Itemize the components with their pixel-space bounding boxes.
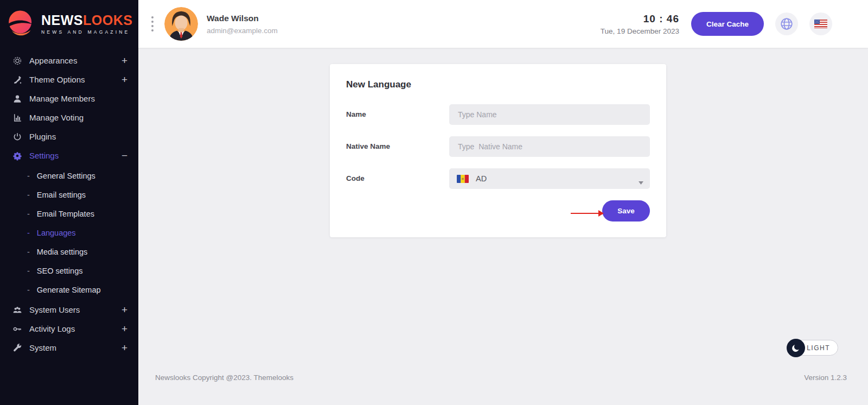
name-input[interactable]: [449, 104, 650, 125]
sidebar-item-plugins[interactable]: Plugins: [0, 127, 138, 146]
plug-icon: [12, 131, 22, 142]
dash-icon: -: [27, 210, 30, 218]
sidebar-item-label: Manage Members: [29, 94, 127, 103]
subitem-label: SEO settings: [37, 267, 83, 275]
name-label: Name: [346, 104, 449, 118]
sidebar-subitem-email-templates[interactable]: - Email Templates: [0, 204, 138, 223]
appearances-icon: [12, 55, 22, 66]
gear-icon: [12, 150, 22, 161]
plus-icon[interactable]: +: [122, 74, 127, 85]
dash-icon: -: [27, 286, 30, 294]
top-header: Wade Wilson admin@example.com 10 : 46 Tu…: [138, 0, 868, 48]
users-group-icon: [12, 305, 22, 315]
site-globe-button[interactable]: [775, 12, 798, 35]
user-email: admin@example.com: [207, 27, 278, 35]
sidebar-item-manage-members[interactable]: Manage Members: [0, 89, 138, 108]
person-icon: [12, 93, 22, 104]
globe-icon: [780, 17, 794, 31]
andorra-flag-icon: [457, 175, 469, 183]
annotation-arrow: [571, 213, 599, 214]
native-name-label: Native Name: [346, 136, 449, 150]
subitem-label: Email Templates: [37, 210, 94, 218]
minus-icon[interactable]: −: [122, 150, 127, 161]
main-area: Wade Wilson admin@example.com 10 : 46 Tu…: [138, 0, 868, 405]
dash-icon: -: [27, 191, 30, 199]
sidebar-nav: Appearances + Theme Options + Manage Mem…: [0, 48, 138, 357]
save-button[interactable]: Save: [602, 200, 650, 222]
dash-icon: -: [27, 172, 30, 180]
subitem-label: Email settings: [37, 191, 86, 199]
plus-icon[interactable]: +: [122, 305, 127, 315]
avatar[interactable]: [164, 7, 198, 41]
sidebar-collapse-handle[interactable]: [149, 14, 156, 34]
sidebar-item-system[interactable]: System +: [0, 338, 138, 357]
dash-icon: -: [27, 267, 30, 275]
subitem-label: General Settings: [37, 172, 95, 180]
sidebar-item-label: Theme Options: [29, 75, 114, 84]
sidebar-subitem-general-settings[interactable]: - General Settings: [0, 166, 138, 185]
plus-icon[interactable]: +: [122, 343, 127, 353]
settings-submenu: - General Settings - Email settings - Em…: [0, 165, 138, 300]
clock: 10 : 46 Tue, 19 December 2023: [601, 13, 679, 35]
code-label: Code: [346, 168, 449, 182]
plus-icon[interactable]: +: [122, 55, 127, 66]
sidebar-item-theme-options[interactable]: Theme Options +: [0, 70, 138, 89]
sidebar-subitem-media-settings[interactable]: - Media settings: [0, 242, 138, 261]
code-selected-value: AD: [476, 174, 487, 183]
native-name-row: Native Name: [346, 136, 650, 157]
sidebar-item-label: System Users: [29, 305, 114, 314]
key-icon: [12, 324, 22, 334]
sidebar-item-label: Manage Voting: [29, 113, 127, 122]
sidebar: NEWSLOOKS NEWS AND MAGAZINE Appearances …: [0, 0, 138, 405]
sidebar-subitem-languages[interactable]: - Languages: [0, 223, 138, 242]
clock-date: Tue, 19 December 2023: [601, 27, 679, 35]
brand-title: NEWSLOOKS: [41, 13, 132, 28]
code-row: Code AD: [346, 168, 650, 189]
clear-cache-button[interactable]: Clear Cache: [691, 12, 764, 36]
theme-toggle[interactable]: LIGHT: [787, 340, 838, 356]
plus-icon[interactable]: +: [122, 324, 127, 334]
sidebar-subitem-seo-settings[interactable]: - SEO settings: [0, 261, 138, 280]
newslooks-logo-icon: [5, 9, 36, 39]
sidebar-item-label: Activity Logs: [29, 324, 114, 333]
version-text: Version 1.2.3: [804, 374, 847, 382]
clock-time: 10 : 46: [601, 13, 679, 25]
moon-icon: [787, 339, 805, 357]
copyright-text: Newslooks Copyright @2023. Themelooks: [155, 374, 293, 382]
subitem-label: Generate Sitemap: [37, 286, 101, 294]
sidebar-item-settings[interactable]: Settings −: [0, 146, 138, 165]
code-select[interactable]: AD: [449, 168, 650, 189]
sidebar-item-label: System: [29, 343, 114, 352]
sidebar-subitem-email-settings[interactable]: - Email settings: [0, 185, 138, 204]
theme-toggle-label: LIGHT: [807, 344, 830, 352]
new-language-card: New Language Name Native Name Code: [330, 64, 666, 237]
dash-icon: -: [27, 248, 30, 256]
brand-tagline: NEWS AND MAGAZINE: [41, 30, 132, 35]
sidebar-subitem-generate-sitemap[interactable]: - Generate Sitemap: [0, 280, 138, 299]
bar-chart-icon: [12, 112, 22, 123]
paintbrush-icon: [12, 74, 22, 85]
subitem-label: Media settings: [37, 248, 88, 256]
language-flag-button[interactable]: [809, 12, 832, 35]
sidebar-item-label: Appearances: [29, 56, 114, 65]
sidebar-item-label: Settings: [29, 151, 114, 160]
wrench-icon: [12, 343, 22, 353]
dash-icon: -: [27, 229, 30, 237]
user-name: Wade Wilson: [207, 14, 278, 23]
native-name-input[interactable]: [449, 136, 650, 157]
sidebar-item-manage-voting[interactable]: Manage Voting: [0, 108, 138, 127]
content-area: New Language Name Native Name Code: [138, 48, 868, 405]
sidebar-item-appearances[interactable]: Appearances +: [0, 51, 138, 70]
chevron-down-icon: [639, 177, 643, 187]
sidebar-item-activity-logs[interactable]: Activity Logs +: [0, 319, 138, 338]
subitem-label: Languages: [37, 229, 76, 237]
card-title: New Language: [346, 79, 650, 90]
brand-logo-area[interactable]: NEWSLOOKS NEWS AND MAGAZINE: [0, 0, 138, 48]
sidebar-item-label: Plugins: [29, 132, 127, 141]
sidebar-item-system-users[interactable]: System Users +: [0, 300, 138, 319]
footer: Newslooks Copyright @2023. Themelooks Ve…: [155, 374, 847, 382]
us-flag-icon: [814, 20, 827, 28]
name-row: Name: [346, 104, 650, 125]
